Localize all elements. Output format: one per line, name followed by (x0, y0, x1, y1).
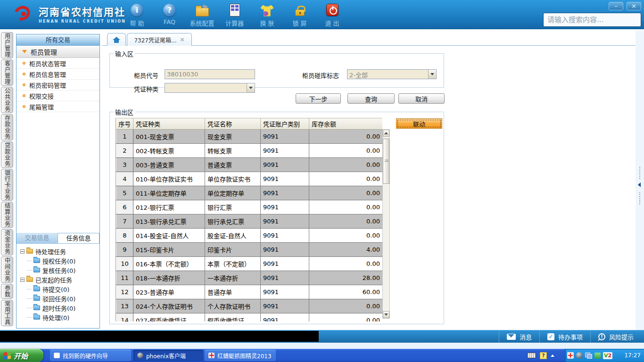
table-row[interactable]: 1001-现金支票现金支票90910.00 (116, 130, 383, 144)
tab-close-icon[interactable]: × (180, 36, 184, 43)
left-tab[interactable]: 客户管理 (1, 59, 13, 86)
sidebar-item-teller-password[interactable]: 柜员密码管理 (17, 80, 99, 90)
tray-expand-icon[interactable] (551, 354, 554, 357)
left-tab[interactable]: 存款业务 (1, 114, 13, 140)
minimize-button[interactable]: – (609, 2, 623, 10)
sidebar-item-teller-info[interactable]: 柜员信息管理 (17, 69, 99, 80)
change-skin-button[interactable]: 换 肤 (251, 3, 283, 27)
tree-group[interactable]: 待处理任务 (20, 247, 99, 256)
table-row[interactable]: 10016-本票（不定额）本票（不定额）90910.00 (116, 257, 383, 271)
table-row[interactable]: 4010-单位存款证实书单位存款证实书90910.00 (116, 172, 383, 186)
tree-group[interactable]: 已发起的任务 (20, 275, 99, 284)
tray-dragonfly-icon[interactable] (567, 352, 574, 359)
col-header-voucher-name[interactable]: 凭证名称 (205, 118, 261, 130)
sidebar-item-cashbox-management[interactable]: 尾箱管理 (17, 101, 99, 112)
account-category-cell: 9091 (261, 130, 309, 144)
account-category-cell: 9091 (261, 285, 309, 299)
table-row[interactable]: 7013-银行承兑汇票银行承兑汇票90910.00 (116, 214, 383, 229)
input-help-icon[interactable]: ? (540, 352, 547, 359)
taskbar-item-hardware-wizard[interactable]: 找到新的硬件向导 (50, 350, 131, 361)
sidebar-bottom-tabs: 交易信息 任务信息 (17, 233, 99, 243)
left-tab[interactable]: 中间业务 (1, 256, 13, 283)
col-header-account-category[interactable]: 凭证账户类别 (261, 118, 309, 130)
faq-button[interactable]: ? FAQ (153, 3, 186, 27)
voucher-name-cell: 银行承兑汇票 (205, 214, 261, 229)
messages-button[interactable]: 消息 (499, 330, 539, 343)
balance-cell: 0.00 (309, 257, 383, 271)
todo-button[interactable]: ✓ 待办事项 (539, 330, 590, 343)
clock[interactable]: 17:27 (624, 352, 641, 359)
sidebar-group-teller-management[interactable]: 柜员管理 (17, 46, 99, 58)
col-header-index[interactable]: 序号 (116, 118, 133, 130)
row-number: 13 (116, 299, 133, 313)
table-row[interactable]: 5011-单位定期存单单位定期存单90910.00 (116, 186, 383, 200)
left-tab[interactable]: 资金业务 (1, 229, 13, 255)
voucher-type-cell: 027-假币收缴凭证 (133, 313, 205, 322)
collapse-icon[interactable] (20, 249, 25, 254)
tab-transaction-info[interactable]: 交易信息 (17, 233, 58, 243)
col-header-stock-balance[interactable]: 库存余额 (309, 118, 383, 130)
tree-item[interactable]: 待提交(0) (20, 284, 99, 294)
left-tab[interactable]: 贷款业务 (1, 141, 13, 168)
output-area-legend: 输出区 (114, 107, 135, 116)
left-tab[interactable]: 用户管理 (1, 32, 13, 58)
tray-network-icon[interactable] (585, 353, 592, 359)
panel-collapse-handle[interactable] (637, 167, 642, 205)
system-config-button[interactable]: 系统配置 (186, 3, 218, 27)
collapse-icon[interactable] (20, 278, 25, 282)
query-button[interactable]: 查询 (347, 93, 395, 104)
tab-task-info[interactable]: 任务信息 (58, 233, 99, 243)
tab-7327-voucher[interactable]: 7327凭证尾箱... × (127, 33, 192, 46)
sidebar-item-authority-handover[interactable]: 权限交接 (17, 90, 99, 101)
left-tab[interactable]: 银行卡业务 (1, 169, 13, 201)
table-scrollbar[interactable] (382, 129, 390, 319)
voucher-type-select[interactable] (165, 83, 255, 93)
linkage-button[interactable]: 联动 (396, 118, 442, 129)
table-row[interactable]: 14027-假币收缴凭证假币收缴凭证90910.00 (116, 313, 383, 322)
scroll-down-icon[interactable] (383, 311, 389, 318)
bullet-icon (23, 62, 25, 65)
left-tab[interactable]: 公共业务 (1, 87, 13, 113)
calculator-button[interactable]: 计算器 (218, 3, 251, 27)
table-row[interactable]: 3003-普通支票普通支票90910.00 (116, 158, 383, 172)
table-row[interactable]: 9015-印鉴卡片印鉴卡片90914.00 (116, 243, 383, 257)
scroll-thumb[interactable] (383, 139, 389, 184)
tree-item[interactable]: 超时任务(0) (20, 303, 99, 313)
table-row[interactable]: 8014-股金证-自然人股金证-自然人90910.00 (116, 229, 383, 243)
check-flag-select[interactable]: 2-全部 (347, 69, 437, 79)
tray-phoenix-icon[interactable] (576, 352, 583, 359)
teller-code-field[interactable] (165, 69, 255, 79)
scroll-up-icon[interactable] (383, 130, 389, 137)
tree-item[interactable]: 复核任务(0) (20, 265, 99, 275)
voucher-name-cell: 一本通存折 (205, 271, 261, 285)
table-row[interactable]: 13024-个人存款证明书个人存款证明书90910.00 (116, 299, 383, 313)
table-row[interactable]: 6012-银行汇票银行汇票90910.00 (116, 200, 383, 214)
tray-antivirus-icon[interactable] (594, 353, 601, 359)
help-button[interactable]: i 帮 助 (121, 3, 153, 27)
risk-alert-button[interactable]: ! 风险提示 (590, 330, 644, 343)
left-tab[interactable]: 结算业务 (1, 202, 13, 228)
left-tab[interactable]: 参数 (1, 284, 13, 299)
taskbar-item-phoenix-client[interactable]: phoenix客户端 (133, 350, 203, 361)
sidebar-item-teller-status[interactable]: 柜员状态管理 (17, 58, 99, 69)
close-button[interactable]: × (627, 2, 641, 10)
folder-icon (33, 315, 40, 320)
col-header-voucher-type[interactable]: 凭证种类 (133, 118, 205, 130)
taskbar-item-screenshot-tool[interactable]: 红蜻蜓抓图精灵2013 (205, 350, 276, 361)
table-row[interactable]: 11018-一本通存折一本通存折909128.00 (116, 271, 383, 285)
next-step-button[interactable]: 下一步 (296, 93, 341, 104)
exit-button[interactable]: 退 出 (316, 3, 348, 27)
search-input[interactable] (544, 16, 643, 24)
lock-screen-button[interactable]: 锁 屏 (283, 3, 316, 27)
table-row[interactable]: 2002-转帐支票转帐支票90910.00 (116, 144, 383, 158)
cancel-button[interactable]: 取消 (398, 93, 445, 104)
tree-item[interactable]: 驳回任务(0) (20, 294, 99, 303)
tree-item[interactable]: 待处理(0) (20, 313, 99, 322)
table-row[interactable]: 12023-普通存单普通存单909160.00 (116, 285, 383, 299)
tree-item[interactable]: 授权任务(0) (20, 256, 99, 265)
tray-ime-icon[interactable]: V2 (603, 352, 612, 359)
start-button[interactable]: 开始 (0, 349, 43, 362)
tab-home[interactable] (107, 33, 126, 46)
left-tab[interactable]: 常用工具 (1, 300, 13, 326)
keyboard-icon[interactable] (527, 353, 536, 358)
